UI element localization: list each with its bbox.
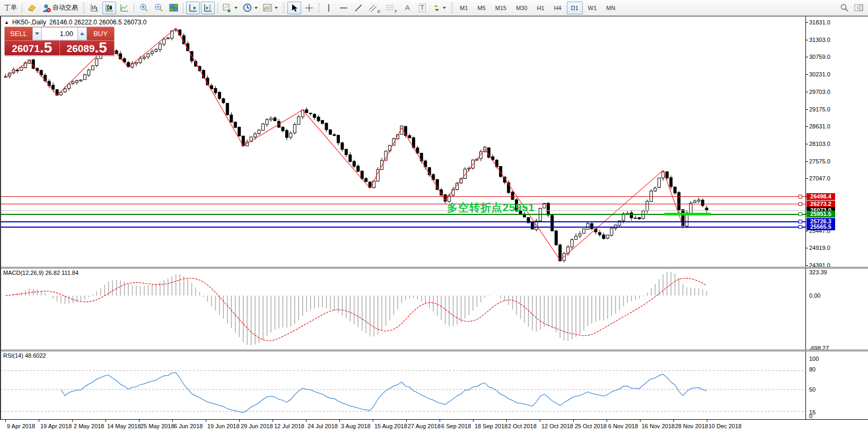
price-tick-label: 27047.0 [809,175,830,181]
date-tick [239,420,240,422]
sell-price[interactable]: 26071 .5 [5,41,60,55]
volume-input[interactable] [42,27,77,40]
chart-annotation[interactable]: 多空转折点25951 [447,201,535,215]
toolbar-drag-handle[interactable] [83,3,85,13]
date-label: 3 Aug 2018 [341,423,371,429]
date-label: 15 Aug 2018 [374,423,407,429]
price-tick [806,74,808,75]
price-hline[interactable] [0,204,805,204]
date-tick [573,420,574,422]
tile-windows-button[interactable] [166,2,180,14]
date-label: 14 May 2018 [107,423,141,429]
equidistant-channel-button[interactable]: E [366,2,382,14]
channel-subscript: E [378,9,380,14]
buy-price-int: 26089 [67,43,95,55]
new-order-button[interactable] [25,2,39,14]
date-label: 6 Jun 2018 [174,423,203,429]
vertical-line-button[interactable] [322,2,336,14]
pane-separator[interactable] [0,350,868,351]
date-axis[interactable]: 9 Apr 201819 Apr 20182 May 201814 May 20… [0,419,868,433]
crosshair-button[interactable] [302,2,316,14]
horizontal-line-button[interactable] [337,2,350,14]
timeframe-h1[interactable]: H1 [533,2,549,14]
date-tick [473,420,474,422]
collapse-arrow-icon[interactable]: ▲ [4,20,9,25]
orders-button[interactable]: 丁单 [2,2,19,14]
auto-trading-icon [42,4,51,12]
date-tick [306,420,306,422]
periods-clock-icon [243,3,252,12]
toolbar-drag-handle[interactable] [451,3,453,13]
indicators-button[interactable] [261,2,280,14]
price-hline[interactable] [0,221,805,222]
volume-up-button[interactable] [77,27,87,40]
timeframe-m30[interactable]: M30 [512,2,531,14]
date-label: 24 Jul 2018 [308,423,338,429]
date-tick [540,420,540,422]
timeframe-m1[interactable]: M1 [455,2,472,14]
hline-handle[interactable] [799,220,802,223]
buy-price[interactable]: 26089 .5 [60,41,115,55]
date-label: 19 Apr 2018 [40,423,72,429]
date-label: 29 Jun 2018 [241,423,273,429]
buy-button[interactable]: BUY [87,27,114,40]
window-frame-top [0,16,868,16]
timeframe-d1[interactable]: D1 [567,2,583,14]
price-tick [806,57,808,57]
bar-chart-button[interactable] [87,2,101,14]
timeframe-h4[interactable]: H4 [550,2,566,14]
macd-pane[interactable] [0,268,805,350]
panel-toggle-button[interactable] [852,2,866,14]
chart-shift-button[interactable] [201,2,215,14]
auto-scroll-button[interactable] [186,2,200,14]
search-button[interactable] [837,2,851,14]
zoom-in-button[interactable] [137,2,151,14]
text-label-button[interactable]: T [415,2,429,14]
price-hline[interactable] [0,210,805,211]
timeframe-w1[interactable]: W1 [584,2,601,14]
new-order-icon [27,4,37,12]
price-hline[interactable] [0,227,805,228]
price-tick [806,92,808,92]
price-tick-label: 30759.0 [809,54,830,60]
date-label: 12 Jul 2018 [274,423,304,429]
fibonacci-button[interactable]: F [383,2,399,14]
timeframe-m15[interactable]: M15 [491,2,511,14]
price-hline-label: 25951.5 [806,211,835,218]
new-chart-button[interactable] [221,2,240,14]
pane-separator[interactable] [0,267,868,269]
new-chart-icon [223,4,232,12]
hline-handle[interactable] [799,212,802,216]
toolbar-separator [134,3,134,13]
arrows-button[interactable] [430,2,448,14]
main-chart[interactable] [0,17,805,267]
candlestick-chart-button[interactable] [102,2,116,14]
timeframe-m5[interactable]: M5 [474,2,490,14]
auto-trading-button[interactable]: 自动交易 [40,2,80,14]
date-tick [440,420,440,422]
macd-tick-label: 0.00 [809,292,820,299]
toolbar-drag-handle[interactable] [283,3,285,13]
date-tick [339,420,340,422]
volume-down-button[interactable] [32,27,42,40]
price-hline[interactable] [0,196,805,197]
timeframe-mn[interactable]: MN [602,2,619,14]
zoom-out-button[interactable] [152,2,165,14]
price-tick [806,161,808,162]
periods-button[interactable] [241,2,260,14]
date-label: 12 Oct 2018 [541,423,573,429]
hline-handle[interactable] [799,225,802,229]
text-button[interactable]: A [400,2,414,14]
crosshair-icon [305,4,313,12]
hline-handle[interactable] [799,195,802,198]
hline-handle[interactable] [799,202,802,206]
trendline-button[interactable] [352,2,365,14]
sell-button[interactable]: SELL [5,27,32,40]
cursor-button[interactable] [287,2,301,14]
highlight-segment[interactable] [664,213,711,215]
line-chart-button[interactable] [117,2,131,14]
one-click-trading-panel: SELL BUY 26071 .5 26089 .5 [4,27,115,56]
rsi-pane[interactable] [0,351,805,419]
rsi-label: RSI(14) 48.6022 [3,352,46,359]
toolbar-separator [217,3,218,13]
